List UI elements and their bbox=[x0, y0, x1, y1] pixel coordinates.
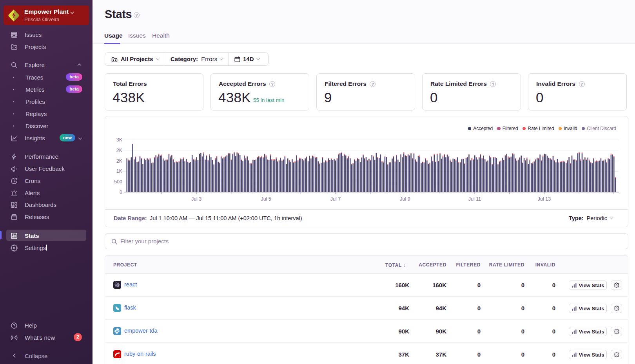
svg-text:Jul 11: Jul 11 bbox=[468, 196, 481, 202]
svg-text:Jul 13: Jul 13 bbox=[538, 196, 551, 202]
svg-text:Jul 3: Jul 3 bbox=[191, 196, 201, 202]
svg-text:1K: 1K bbox=[116, 168, 123, 174]
svg-text:2K: 2K bbox=[116, 158, 123, 164]
svg-text:3K: 3K bbox=[116, 137, 123, 143]
svg-text:2K: 2K bbox=[116, 148, 123, 153]
svg-text:500: 500 bbox=[114, 179, 122, 185]
svg-text:Jul 7: Jul 7 bbox=[330, 196, 341, 202]
svg-text:Jul 5: Jul 5 bbox=[261, 196, 271, 202]
svg-text:Jul 9: Jul 9 bbox=[400, 196, 410, 202]
svg-text:0: 0 bbox=[120, 190, 122, 195]
